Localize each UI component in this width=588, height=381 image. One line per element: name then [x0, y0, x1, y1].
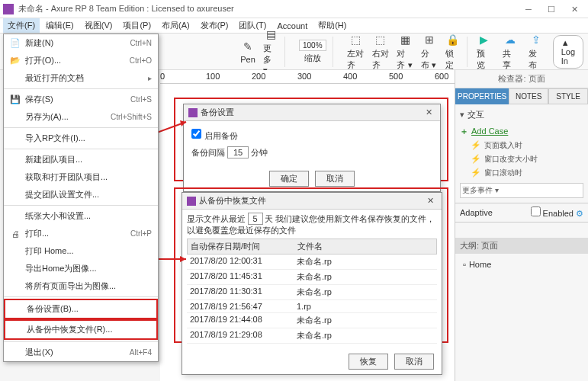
plus-icon: ＋ — [460, 126, 468, 137]
menu-3[interactable]: 项目(P) — [118, 18, 156, 33]
inspector-tab-properties[interactable]: PROPERTIES — [455, 88, 509, 104]
file-menu-item[interactable]: 退出(X)Alt+F4 — [4, 344, 158, 361]
file-menu-item[interactable]: 打印 Home... — [4, 242, 158, 260]
file-menu-item[interactable]: 导出Home为图像... — [4, 260, 158, 277]
close-button[interactable]: ✕ — [564, 2, 585, 16]
adaptive-enabled-checkbox[interactable] — [531, 207, 541, 216]
event-item[interactable]: ⚡窗口滚动时 — [460, 166, 583, 180]
file-menu-item[interactable]: 最近打开的文档▸ — [4, 69, 158, 87]
restore-table-header: 自动保存日期/时间文件名 — [187, 239, 437, 255]
interval-input[interactable] — [227, 146, 249, 158]
menu-0[interactable]: 文件(F) — [3, 18, 40, 33]
days-input[interactable] — [248, 213, 263, 225]
backup-dialog-highlight: 备份设置 ✕ 启用备份 备份间隔 分钟 确定 取消 — [174, 98, 448, 181]
interval-unit: 分钟 — [251, 148, 268, 157]
align-left-button[interactable]: ⬚左对齐 — [345, 31, 366, 72]
canvas[interactable]: 0100200300400500600 备份设置 ✕ 启用备份 备份间隔 分钟 … — [160, 70, 455, 381]
table-row[interactable]: 2017/8/20 11:45:31未命名.rp — [187, 270, 437, 285]
interact-header[interactable]: ▾ 交互 — [460, 109, 583, 120]
restore-dialog-title: 从备份中恢复文件 — [199, 195, 424, 207]
lock-button[interactable]: 🔒锁定 — [444, 31, 462, 72]
menu-2[interactable]: 视图(V) — [80, 18, 117, 33]
zoom-control[interactable]: 100%缩放 — [297, 38, 328, 66]
lightning-icon: ⚡ — [471, 154, 481, 165]
publish-button[interactable]: ⇪发布 — [527, 31, 545, 72]
share-button[interactable]: ☁共享 — [501, 31, 519, 72]
window-title: 未命名 - Axure RP 8 Team Edition : Licensed… — [18, 3, 518, 14]
enable-backup-label: 启用备份 — [204, 131, 238, 140]
table-row[interactable]: 2017/8/20 11:30:31未命名.rp — [187, 285, 437, 300]
file-menu-item: 提交团队设置文件... — [4, 186, 158, 203]
preview-button[interactable]: ▶预览 — [475, 31, 493, 72]
dialog-icon — [187, 197, 196, 206]
outline-header: 大纲: 页面 — [455, 238, 588, 254]
restore-dialog-highlight: 从备份中恢复文件 ✕ 显示文件从最近 天 我们建议您使用新文件名保存恢复的文件，… — [174, 187, 448, 343]
menu-5[interactable]: 发布(P) — [196, 18, 233, 33]
ruler-horizontal: 0100200300400500600 — [160, 70, 455, 84]
file-menu-item[interactable]: 备份设置(B)... — [5, 300, 156, 318]
file-menu-item[interactable]: 💾保存(S)Ctrl+S — [4, 91, 158, 108]
inspector-panel: 检查器: 页面 PROPERTIESNOTESSTYLE ▾ 交互 ＋ Add … — [455, 70, 588, 381]
table-row[interactable]: 2017/8/19 21:29:08未命名.rp — [187, 328, 437, 344]
maximize-button[interactable]: ☐ — [541, 2, 562, 16]
interval-label: 备份间隔 — [191, 148, 225, 157]
menu-1[interactable]: 编辑(E) — [41, 18, 79, 33]
restore-dialog-close[interactable]: ✕ — [424, 196, 437, 206]
backup-settings-dialog: 备份设置 ✕ 启用备份 备份间隔 分钟 确定 取消 — [183, 104, 441, 192]
pen-tool[interactable]: ✎Pen — [239, 38, 257, 66]
app-icon — [3, 4, 14, 14]
restore-cancel-button[interactable]: 取消 — [394, 354, 434, 370]
align-menu[interactable]: ▦对齐 ▾ — [395, 31, 415, 72]
table-row[interactable]: 2017/8/19 21:14:08未命名.rp — [187, 344, 437, 346]
file-menu-item[interactable]: 📂打开(O)...Ctrl+O — [4, 52, 158, 69]
adaptive-label: Adaptive — [460, 208, 493, 217]
backup-cancel-button[interactable]: 取消 — [315, 171, 355, 187]
add-case-link[interactable]: Add Case — [471, 125, 508, 137]
file-menu: 📄新建(N)Ctrl+N📂打开(O)...Ctrl+O最近打开的文档▸💾保存(S… — [3, 34, 159, 362]
file-menu-item[interactable]: 导入RP文件(I)... — [4, 130, 158, 147]
inspector-tab-notes[interactable]: NOTES — [509, 88, 548, 104]
file-menu-item[interactable]: 另存为(A)...Ctrl+Shift+S — [4, 108, 158, 126]
file-menu-item[interactable]: 新建团队项目... — [4, 151, 158, 168]
table-row[interactable]: 2017/8/20 12:00:31未命名.rp — [187, 255, 437, 270]
more-events-dropdown[interactable]: 更多事件 ▾ — [460, 183, 583, 198]
table-row[interactable]: 2017/8/19 21:44:08未命名.rp — [187, 313, 437, 328]
file-menu-item[interactable]: 纸张大小和设置... — [4, 207, 158, 225]
event-item[interactable]: ⚡页面载入时 — [460, 139, 583, 152]
align-right-button[interactable]: ⬚右对齐 — [371, 31, 391, 72]
lightning-icon: ⚡ — [471, 168, 481, 178]
file-menu-item[interactable]: 🖨打印...Ctrl+P — [4, 225, 158, 242]
backup-ok-button[interactable]: 确定 — [269, 171, 309, 187]
restore-button[interactable]: 恢复 — [349, 354, 388, 370]
minimize-button[interactable]: ─ — [518, 2, 539, 16]
adaptive-settings-icon[interactable]: ⚙ — [576, 209, 583, 218]
restore-dialog: 从备份中恢复文件 ✕ 显示文件从最近 天 我们建议您使用新文件名保存恢复的文件，… — [182, 192, 442, 375]
backup-dialog-close[interactable]: ✕ — [423, 107, 435, 117]
titlebar: 未命名 - Axure RP 8 Team Edition : Licensed… — [0, 0, 588, 18]
login-button[interactable]: ▲ Log In — [553, 35, 583, 69]
table-row[interactable]: 2017/8/19 21:56:471.rp — [187, 300, 437, 313]
lightning-icon: ⚡ — [471, 140, 481, 151]
file-menu-item[interactable]: 获取和打开团队项目... — [4, 168, 158, 186]
distribute-menu[interactable]: ⊞分布 ▾ — [419, 31, 439, 72]
menu-4[interactable]: 布局(A) — [157, 18, 194, 33]
enable-backup-checkbox[interactable] — [191, 129, 201, 139]
more-tools[interactable]: ▤更多 ▾ — [262, 26, 280, 77]
dialog-icon — [188, 108, 198, 117]
backup-dialog-title: 备份设置 — [201, 107, 423, 118]
outline-home-item[interactable]: ▫Home — [458, 257, 585, 272]
file-menu-item[interactable]: 📄新建(N)Ctrl+N — [4, 34, 158, 52]
file-menu-item[interactable]: 从备份中恢复文件(R)... — [5, 321, 156, 338]
inspector-title: 检查器: 页面 — [455, 70, 588, 88]
file-menu-item[interactable]: 将所有页面导出为图像... — [4, 277, 158, 295]
event-item[interactable]: ⚡窗口改变大小时 — [460, 152, 583, 166]
inspector-tab-style[interactable]: STYLE — [548, 88, 588, 104]
page-icon: ▫ — [463, 260, 466, 269]
